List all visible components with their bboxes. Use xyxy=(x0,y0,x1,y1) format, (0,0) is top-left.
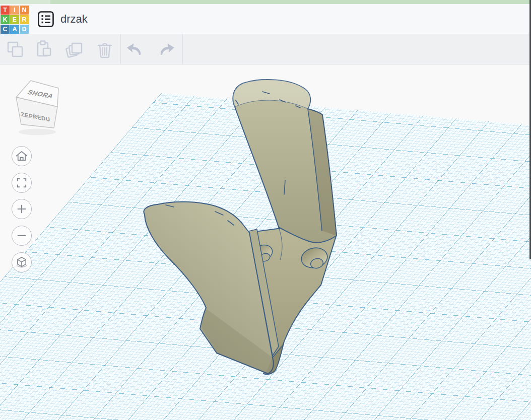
browser-top-strip-segment xyxy=(0,0,50,4)
zoom-out-icon xyxy=(12,226,31,246)
undo-button[interactable] xyxy=(125,39,147,61)
copy-icon xyxy=(4,39,26,61)
list-icon xyxy=(37,22,54,29)
viewcube[interactable]: SHORA ZEPŘEDU xyxy=(11,78,67,136)
edit-toolbar xyxy=(0,34,531,64)
redo-icon xyxy=(154,39,176,61)
paste-icon xyxy=(33,39,55,61)
perspective-toggle-icon xyxy=(12,252,31,272)
perspective-toggle-button[interactable] xyxy=(12,252,32,272)
undo-icon xyxy=(125,39,147,61)
toolbar-separator xyxy=(182,34,183,64)
logo-letter: A xyxy=(10,25,19,34)
logo-letter: N xyxy=(20,6,29,15)
hook-model[interactable] xyxy=(0,65,531,420)
viewport-3d[interactable]: SHORA ZEPŘEDU xyxy=(0,65,531,420)
fit-view-icon xyxy=(12,173,31,193)
redo-button[interactable] xyxy=(154,39,176,61)
delete-button[interactable] xyxy=(94,39,116,61)
app-header: T I N K E R C A D drzak xyxy=(0,4,531,34)
trash-icon xyxy=(94,39,116,61)
logo-letter: D xyxy=(20,25,29,34)
home-icon xyxy=(12,146,31,166)
copy-button[interactable] xyxy=(4,39,26,61)
logo-letter: T xyxy=(1,6,10,15)
duplicate-button[interactable] xyxy=(63,39,86,61)
zoom-out-button[interactable] xyxy=(12,226,32,246)
paste-button[interactable] xyxy=(33,39,55,61)
design-title[interactable]: drzak xyxy=(60,4,88,34)
logo-letter: C xyxy=(1,25,10,34)
tinkercad-logo[interactable]: T I N K E R C A D xyxy=(1,6,29,34)
design-menu-button[interactable] xyxy=(37,11,54,28)
home-view-button[interactable] xyxy=(12,146,32,166)
duplicate-icon xyxy=(63,39,86,61)
fit-view-button[interactable] xyxy=(12,173,32,193)
logo-letter: R xyxy=(20,15,29,24)
toolbar-separator xyxy=(120,34,121,64)
zoom-in-button[interactable] xyxy=(12,199,32,219)
logo-letter: E xyxy=(10,15,19,24)
logo-letter: K xyxy=(1,15,10,24)
zoom-in-icon xyxy=(12,199,31,219)
logo-letter: I xyxy=(10,6,19,15)
